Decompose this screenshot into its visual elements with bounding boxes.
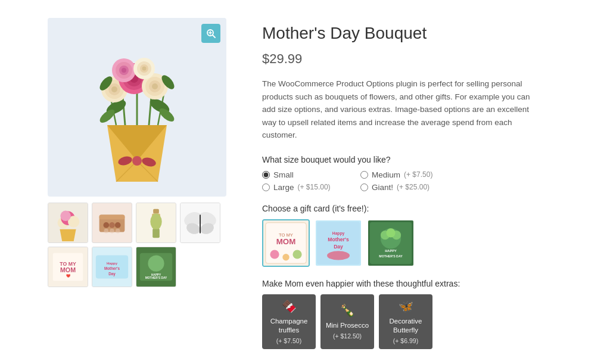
svg-point-35 — [122, 68, 126, 73]
svg-text:HAPPY: HAPPY — [151, 273, 161, 276]
prosecco-icon: 🍾 — [340, 303, 355, 318]
svg-text:Mother's: Mother's — [328, 237, 349, 242]
svg-point-23 — [111, 86, 117, 92]
thumbnail-5[interactable]: TO MY MOM ❤️ — [48, 247, 88, 287]
svg-point-81 — [148, 256, 164, 272]
size-label-large: Large — [273, 183, 294, 192]
truffles-icon: 🍫 — [282, 299, 297, 313]
svg-point-102 — [386, 228, 395, 237]
svg-point-96 — [327, 251, 350, 260]
size-radio-medium[interactable] — [360, 171, 368, 179]
thumbnail-2[interactable] — [92, 203, 132, 243]
product-price: $29.99 — [262, 51, 562, 67]
gift-card-1[interactable]: TO MY MOM — [262, 219, 310, 267]
size-label-small: Small — [273, 170, 294, 179]
size-option-medium[interactable]: Medium (+ $7.50) — [360, 170, 453, 179]
svg-text:MOTHER'S DAY: MOTHER'S DAY — [145, 276, 167, 279]
svg-point-89 — [292, 250, 301, 259]
size-option-label: What size bouquet would you like? — [262, 155, 562, 164]
svg-text:Day: Day — [334, 244, 343, 250]
product-images: TO MY MOM ❤️ Happy Mother's Day — [48, 18, 238, 364]
product-description: The WooCommerce Product Options plugin i… — [262, 77, 536, 142]
gift-card-label: Choose a gift card (it's free!): — [262, 204, 562, 213]
thumbnail-grid: TO MY MOM ❤️ Happy Mother's Day — [48, 203, 238, 287]
svg-text:MOTHER'S DAY: MOTHER'S DAY — [379, 254, 403, 258]
svg-point-54 — [104, 229, 108, 234]
zoom-icon — [206, 29, 216, 38]
svg-point-51 — [103, 222, 109, 228]
main-product-image — [48, 18, 226, 197]
svg-point-31 — [152, 83, 158, 89]
svg-text:HAPPY: HAPPY — [385, 249, 397, 253]
svg-text:Mother's: Mother's — [104, 266, 120, 270]
gift-card-section: Choose a gift card (it's free!): TO MY M… — [262, 204, 562, 267]
truffles-price: (+ $7.50) — [276, 337, 301, 344]
svg-rect-61 — [152, 229, 160, 238]
size-label-giant: Giant! — [372, 183, 393, 192]
svg-point-39 — [142, 67, 147, 71]
zoom-button[interactable] — [201, 24, 220, 43]
thumbnail-6[interactable]: Happy Mother's Day — [92, 247, 132, 287]
extra-truffles[interactable]: 🍫 Champagne truffles (+ $7.50) — [262, 294, 316, 349]
size-addon-medium: (+ $7.50) — [404, 170, 432, 179]
extras-label: Make Mom even happier with these thought… — [262, 279, 562, 288]
size-addon-giant: (+ $25.00) — [397, 183, 430, 191]
truffles-name: Champagne truffles — [264, 317, 313, 335]
size-radio-group: Small Medium (+ $7.50) Large (+ $15.00) … — [262, 170, 453, 192]
extra-butterfly[interactable]: 🦋 Decorative Butterfly (+ $6.99) — [379, 294, 432, 349]
svg-line-1 — [213, 35, 215, 38]
gift-cards-row: TO MY MOM Happy Mother's Day — [262, 219, 562, 267]
butterfly-price: (+ $6.99) — [393, 337, 418, 344]
thumbnail-1[interactable] — [48, 203, 88, 243]
page-wrapper: TO MY MOM ❤️ Happy Mother's Day — [0, 0, 610, 364]
svg-point-10 — [132, 156, 142, 166]
size-radio-giant[interactable] — [360, 183, 368, 191]
bouquet-illustration — [71, 30, 203, 185]
svg-point-90 — [282, 254, 289, 260]
svg-text:Happy: Happy — [332, 231, 345, 236]
gift-card-3[interactable]: HAPPY MOTHER'S DAY — [367, 219, 415, 267]
product-title: Mother's Day Bouquet — [262, 24, 562, 43]
extras-row: 🍫 Champagne truffles (+ $7.50) 🍾 Mini Pr… — [262, 294, 562, 349]
product-details: Mother's Day Bouquet $29.99 The WooComme… — [262, 18, 562, 364]
svg-text:Day: Day — [108, 272, 116, 276]
svg-rect-62 — [154, 226, 158, 229]
prosecco-price: (+ $12.50) — [333, 332, 362, 340]
size-option-small[interactable]: Small — [262, 170, 354, 179]
svg-text:Happy: Happy — [107, 262, 118, 265]
svg-text:❤️: ❤️ — [66, 273, 71, 278]
size-addon-large: (+ $15.00) — [298, 183, 331, 191]
gift-card-2[interactable]: Happy Mother's Day — [315, 219, 362, 267]
extras-section: Make Mom even happier with these thought… — [262, 279, 562, 349]
butterfly-icon: 🦋 — [399, 299, 413, 313]
svg-marker-43 — [60, 229, 76, 241]
svg-point-55 — [110, 229, 114, 234]
svg-rect-50 — [99, 214, 125, 219]
svg-rect-58 — [153, 209, 159, 214]
size-radio-large[interactable] — [262, 183, 270, 191]
thumbnail-3[interactable] — [136, 203, 176, 243]
size-option-giant[interactable]: Giant! (+ $25.00) — [360, 183, 453, 192]
thumbnail-7[interactable]: HAPPY MOTHER'S DAY — [136, 247, 176, 287]
thumbnail-4[interactable] — [180, 203, 220, 243]
prosecco-name: Mini Prosecco — [326, 321, 369, 330]
size-option-section: What size bouquet would you like? Small … — [262, 155, 562, 192]
size-option-large[interactable]: Large (+ $15.00) — [262, 183, 354, 192]
size-label-medium: Medium — [372, 170, 400, 179]
size-radio-small[interactable] — [262, 171, 270, 179]
svg-point-53 — [115, 222, 121, 228]
svg-point-56 — [116, 229, 120, 234]
butterfly-name: Decorative Butterfly — [381, 317, 430, 335]
svg-point-47 — [60, 211, 70, 221]
svg-point-88 — [270, 250, 279, 259]
svg-point-52 — [109, 222, 115, 228]
svg-text:MOM: MOM — [60, 266, 76, 273]
extra-prosecco[interactable]: 🍾 Mini Prosecco (+ $12.50) — [320, 294, 374, 349]
svg-text:MOM: MOM — [276, 237, 296, 246]
